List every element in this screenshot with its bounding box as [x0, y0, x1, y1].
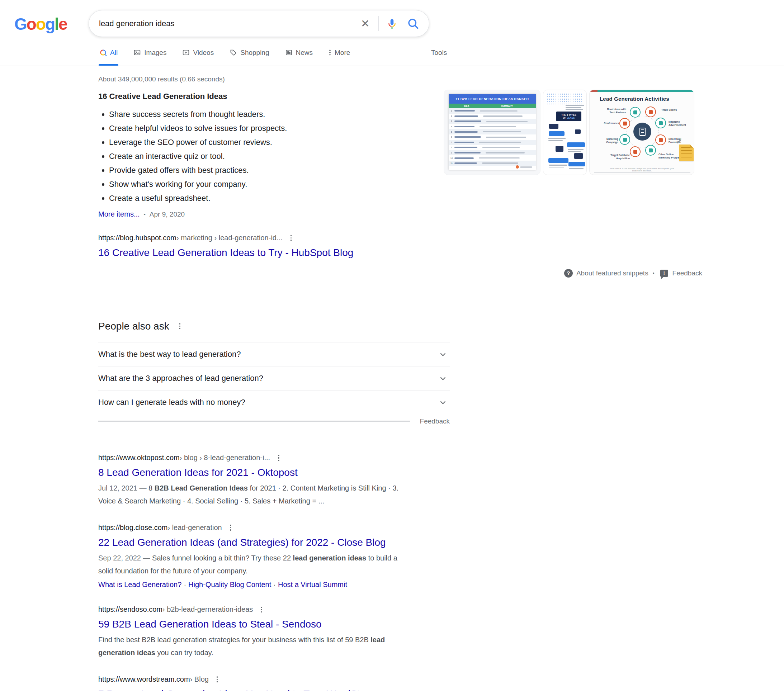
breadcrumb-path: › blog › 8-lead-generation-i...: [180, 454, 270, 462]
result-breadcrumb[interactable]: https://www.oktopost.com › blog › 8-lead…: [98, 454, 450, 462]
more-icon: [328, 49, 331, 56]
kebab-menu-icon[interactable]: [277, 454, 281, 462]
paa-question-row[interactable]: What is the best way to lead generation?: [98, 342, 450, 367]
activity-node-circle: [619, 134, 630, 145]
search-submit-icon[interactable]: [407, 17, 420, 30]
image-result-thumbnail-infographic[interactable]: THE 6 TYPES OF LEADS: [543, 90, 587, 175]
news-icon: [285, 49, 293, 56]
logo-letter: l: [54, 14, 58, 34]
sitelink[interactable]: High-Quality Blog Content: [188, 581, 271, 589]
thumbnail-table-row: 6: [449, 135, 536, 140]
activity-node-circle: [645, 145, 656, 156]
thumbnail-top-border: [590, 90, 694, 92]
sitelink[interactable]: What is Lead Generation?: [98, 581, 181, 589]
logo-letter: o: [36, 14, 45, 34]
thumbnail-table-row: 9: [449, 150, 536, 156]
clear-search-icon[interactable]: ✕: [359, 18, 371, 29]
featured-snippet-bullet: Provide gated offers with best practices…: [109, 166, 417, 175]
divider: [98, 421, 410, 422]
thumbnail-table-row: 1: [449, 108, 536, 114]
tab-more[interactable]: More: [328, 39, 350, 66]
breadcrumb-path: › Blog: [190, 675, 209, 683]
breadcrumb-path: › marketing › lead-generation-id...: [176, 234, 283, 242]
featured-snippet-feedback-link[interactable]: Feedback: [672, 269, 702, 277]
result-breadcrumb[interactable]: https://blog.close.com › lead-generation: [98, 523, 450, 532]
result-title-link[interactable]: 16 Creative Lead Generation Ideas to Try…: [98, 247, 353, 259]
result-breadcrumb[interactable]: https://www.wordstream.com › Blog: [98, 675, 450, 684]
thumbnail-table-row: 8: [449, 145, 536, 150]
thumbnail-logo: [516, 165, 532, 169]
search-bar-divider: [378, 16, 379, 31]
search-result: https://blog.close.com › lead-generation…: [98, 523, 450, 589]
hub-circle: [633, 123, 651, 141]
activity-node-label: Marketing Campaign: [595, 138, 618, 144]
thumbnail-table-row: 10: [449, 155, 536, 161]
result-title-link[interactable]: 59 B2B Lead Generation Ideas to Steal - …: [98, 618, 322, 630]
thumbnail-col-idea: IDEA: [464, 105, 469, 107]
paa-feedback-link[interactable]: Feedback: [420, 417, 450, 425]
google-logo[interactable]: Google: [14, 14, 67, 34]
image-result-thumbnail-ranked-table[interactable]: 11 B2B LEAD GENERATION IDEAS RANKED IDEA…: [444, 90, 540, 175]
chevron-down-icon[interactable]: [438, 398, 448, 407]
search-result: https://www.wordstream.com › Blog7 Prove…: [98, 675, 450, 691]
sitelink[interactable]: Host a Virtual Summit: [278, 581, 347, 589]
result-breadcrumb[interactable]: https://sendoso.com › b2b-lead-gernerati…: [98, 605, 450, 614]
result-breadcrumb[interactable]: https://blog.hubspot.com › marketing › l…: [98, 234, 704, 242]
shopping-icon: [229, 49, 237, 56]
tools-button[interactable]: Tools: [431, 39, 447, 66]
kebab-menu-icon[interactable]: [215, 675, 219, 684]
voice-search-icon[interactable]: [386, 18, 398, 30]
search-input[interactable]: [98, 19, 359, 29]
activity-node-circle: [619, 118, 630, 129]
result-title-link[interactable]: 22 Lead Generation Ideas (and Strategies…: [98, 536, 386, 549]
kebab-menu-icon[interactable]: [259, 605, 264, 614]
featured-snippet-bullet: Show what's working for your company.: [109, 180, 417, 189]
featured-snippet-bullet: Create a useful spreadsheet.: [109, 194, 417, 203]
feedback-icon[interactable]: !: [660, 270, 668, 277]
activity-node-circle: [655, 135, 666, 145]
thumbnail-table-row: 4: [449, 124, 536, 130]
kebab-menu-icon[interactable]: [178, 322, 182, 331]
chevron-down-icon[interactable]: [438, 373, 448, 383]
tab-images[interactable]: Images: [133, 39, 166, 66]
tab-videos[interactable]: Videos: [182, 39, 214, 66]
result-title-link[interactable]: 8 Lead Generation Ideas for 2021 - Oktop…: [98, 467, 298, 479]
thumbnail-col-summary: SUMMARY: [501, 105, 513, 107]
people-also-ask-title: People also ask: [98, 321, 169, 332]
breadcrumb-domain: https://sendoso.com: [98, 605, 163, 614]
search-bar[interactable]: ✕: [89, 10, 429, 37]
sticky-note: [679, 145, 693, 161]
videos-icon: [182, 49, 190, 56]
more-items-link[interactable]: More items...: [98, 210, 140, 218]
help-icon[interactable]: ?: [564, 269, 573, 278]
image-result-thumbnail-activities-diagram[interactable]: Lead Generation Activities Road show wit…: [589, 90, 694, 175]
snippet-date: Apr 9, 2020: [150, 211, 185, 218]
breadcrumb-domain: https://blog.close.com: [98, 523, 168, 532]
decorative-digit-grid: [546, 93, 583, 104]
breadcrumb-domain: https://www.oktopost.com: [98, 454, 180, 462]
paa-question-text: How can I generate leads with no money?: [98, 398, 245, 407]
featured-snippet-bullet: Create an interactive quiz or tool.: [109, 152, 417, 161]
paa-question-row[interactable]: How can I generate leads with no money?: [98, 390, 450, 414]
tab-all[interactable]: All: [99, 39, 118, 66]
activity-node-label: Target Database Acquisition: [609, 154, 630, 160]
kebab-menu-icon[interactable]: [229, 523, 233, 532]
images-icon: [133, 49, 141, 56]
kebab-menu-icon[interactable]: [289, 234, 293, 242]
activity-node-label: Conferences: [599, 122, 619, 125]
thumbnail-table-row: 2: [449, 114, 536, 119]
tab-news[interactable]: News: [285, 39, 313, 66]
search-result: https://www.oktopost.com › blog › 8-lead…: [98, 454, 450, 508]
result-title-link[interactable]: 7 Proven Lead Generation Ideas You Need …: [98, 688, 383, 691]
thumbnail-caption: This slide is 100% editable. Adapt it to…: [606, 168, 678, 172]
activity-node-label: Road show with Tech Partners: [603, 108, 626, 114]
thumbnail-table-title: 11 B2B LEAD GENERATION IDEAS RANKED: [449, 94, 536, 104]
activity-node-circle: [630, 146, 641, 157]
paa-question-row[interactable]: What are the 3 approaches of lead genera…: [98, 367, 450, 390]
about-featured-snippets-link[interactable]: About featured snippets: [576, 269, 649, 277]
thumbnail-table: 11 B2B LEAD GENERATION IDEAS RANKED IDEA…: [449, 94, 536, 170]
result-stats: About 349,000,000 results (0.66 seconds): [98, 75, 704, 83]
logo-letter: e: [58, 14, 67, 34]
tab-shopping[interactable]: Shopping: [229, 39, 269, 66]
chevron-down-icon[interactable]: [438, 350, 448, 359]
